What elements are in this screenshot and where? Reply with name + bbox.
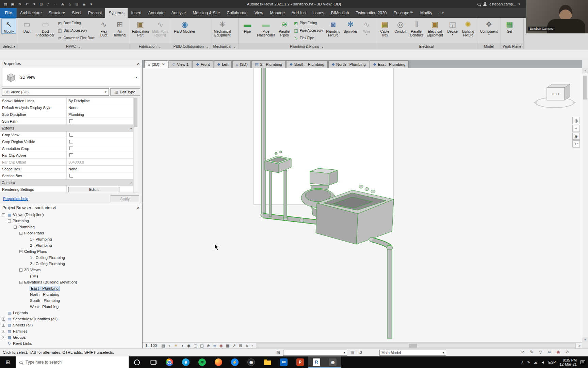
crop-region-visible-checkbox[interactable]	[69, 140, 73, 143]
task-view-button[interactable]	[145, 356, 161, 368]
camera-app-icon[interactable]: ◉	[325, 356, 341, 368]
tree-item-sheets-all[interactable]: +▧Sheets (all)	[0, 322, 142, 328]
tree-item-plumbing[interactable]: −Plumbing	[0, 218, 142, 224]
user-menu-caret-icon[interactable]: ▾	[518, 2, 520, 6]
crop-view-checkbox[interactable]	[69, 133, 73, 137]
properties-help-link[interactable]: Properties help	[3, 197, 28, 201]
horizontal-scroll-thumb[interactable]	[409, 344, 417, 348]
speaker-icon[interactable]: ◄	[541, 360, 544, 365]
ribbon-tab-add-ins[interactable]: Add-Ins	[288, 8, 309, 18]
taskbar-clock[interactable]: 8:35 PM 12-Mar-21	[559, 358, 577, 366]
start-button[interactable]: ⊞	[0, 356, 16, 368]
shadows-icon[interactable]: ◑	[180, 343, 185, 348]
conduit-button[interactable]: ◎Conduit	[393, 18, 408, 34]
sprinkler-button[interactable]: ✻Sprinkler	[342, 18, 358, 34]
view-tab-2-plumbing[interactable]: ▤2 - Plumbing	[251, 60, 285, 68]
view-tab-view-1[interactable]: ◇View 1	[169, 60, 192, 68]
tree-item-floor-plans[interactable]: −Floor Plans	[0, 230, 142, 236]
ribbon-display-toggle[interactable]: ▭ ▾	[436, 8, 446, 18]
temporary-view-properties-icon[interactable]: ▦	[225, 343, 231, 348]
collapse-icon[interactable]: −	[2, 213, 5, 216]
tree-item-east-plumbing[interactable]: East - Plumbing	[0, 285, 142, 291]
measure-icon[interactable]: ∕	[45, 1, 52, 7]
text-icon[interactable]: A	[59, 1, 66, 7]
ribbon-tab-insert[interactable]: Insert	[128, 8, 145, 18]
plumbing-fixture-button[interactable]: ◙Plumbing Fixture	[325, 18, 342, 37]
expand-icon[interactable]: +	[2, 330, 5, 333]
collapse-icon[interactable]: −	[19, 232, 22, 235]
expand-icon[interactable]: +	[2, 318, 5, 321]
mechanical-equipment-button[interactable]: ✳Mechanical Equipment	[212, 18, 232, 37]
ribbon-tab-precast[interactable]: Precast	[85, 8, 105, 18]
reveal-constraints-icon[interactable]: ⊟	[238, 343, 244, 348]
tree-item-1-plumbing[interactable]: 1 - Plumbing	[0, 236, 142, 242]
air-terminal-button[interactable]: ⊞Air Terminal	[112, 18, 128, 37]
duct-button[interactable]: ▭Duct	[19, 18, 34, 34]
view-selector-combo[interactable]: 3D View: {3D} ▾	[2, 88, 109, 96]
filter-icon[interactable]: ▽	[538, 350, 543, 354]
tree-item-south-plumbing[interactable]: South - Plumbing	[0, 297, 142, 304]
edge-icon[interactable]: e	[178, 356, 194, 368]
active-workset-combo[interactable]: ▾	[283, 350, 347, 356]
tree-item-plumbing[interactable]: −Plumbing	[0, 224, 142, 230]
editing-requests-icon[interactable]: ✎	[529, 350, 535, 354]
sun-path-icon[interactable]: ☀	[173, 343, 179, 348]
parallel-pipes-button[interactable]: ≋Parallel Pipes	[277, 18, 292, 37]
ribbon-tab-steel[interactable]: Steel	[68, 8, 84, 18]
close-project-browser-icon[interactable]: ✕	[137, 206, 140, 210]
temporary-hide-isolate-icon[interactable]: ∞	[212, 343, 218, 348]
show-crop-region-icon[interactable]: ◰	[199, 343, 205, 348]
duct-accessory-button[interactable]: ◫Duct Accessory	[56, 27, 96, 34]
panel-caption-model[interactable]: Model	[477, 43, 501, 49]
multi-point-routing-button[interactable]: ∿Multi-Point Routing	[151, 18, 169, 37]
default-analysis-display-style-value[interactable]: None	[68, 106, 77, 110]
collapse-icon[interactable]: −	[14, 226, 17, 229]
drawing-area[interactable]: LEFT ◎+⊕↶	[143, 68, 582, 342]
lighting-fixture-button[interactable]: ✺Lighting Fixture	[461, 18, 476, 37]
p-id-modeler-button[interactable]: ◉P&ID Modeler	[173, 18, 196, 34]
signed-in-user[interactable]: esteban.camp...	[489, 2, 516, 6]
taskbar-search[interactable]: Type here to search	[16, 356, 129, 368]
section-icon[interactable]: ⊟	[74, 1, 80, 7]
electrical-equipment-button[interactable]: ▣Electrical Equipment	[425, 18, 444, 37]
ribbon-tab-annotate[interactable]: Annotate	[145, 8, 168, 18]
crop-view-icon[interactable]: ▢	[193, 343, 198, 348]
pipe-accessory-button[interactable]: ◫Pipe Accessory	[293, 27, 324, 34]
design-options-icon[interactable]: ▥	[350, 350, 354, 355]
ribbon-tab-enscape[interactable]: Enscape™	[390, 8, 417, 18]
save-icon[interactable]: ▣	[9, 1, 16, 7]
ribbon-tab-issues[interactable]: Issues	[309, 8, 328, 18]
collapse-icon[interactable]: −	[8, 219, 11, 223]
obs-icon[interactable]: ◉	[243, 356, 259, 368]
panel-caption-plumbing-piping[interactable]: Plumbing & Piping ⌄	[239, 43, 375, 49]
unlocked-view-icon[interactable]: ⊘	[206, 343, 211, 348]
section-box-checkbox[interactable]	[69, 174, 73, 178]
type-selector[interactable]: 3D View ▾	[2, 68, 140, 87]
powerpoint-icon[interactable]: P	[292, 356, 308, 368]
tree-item-families[interactable]: +▨Families	[0, 328, 142, 334]
tree-item-2-plumbing[interactable]: 2 - Plumbing	[0, 242, 142, 248]
far-clip-active-checkbox[interactable]	[69, 153, 73, 157]
tree-item-ceiling-plans[interactable]: −Ceiling Plans	[0, 248, 142, 255]
collapse-icon[interactable]: −	[19, 281, 22, 284]
temporary-hide-status-icon[interactable]: ∞	[546, 350, 552, 354]
tray-expand-icon[interactable]: ∧	[521, 360, 524, 365]
property-section-camera[interactable]: Camera▴	[0, 179, 133, 186]
tree-item-schedules-quantities-all[interactable]: +▤Schedules/Quantities (all)	[0, 316, 142, 322]
convert-to-flex-duct-button[interactable]: ⇄Convert to Flex Duct	[56, 34, 96, 42]
ribbon-tab-analyze[interactable]: Analyze	[168, 8, 190, 18]
ribbon-tab-architecture[interactable]: Architecture	[17, 8, 45, 18]
reveal-hidden-elements-icon[interactable]: ◉	[218, 343, 224, 348]
rendering-settings-edit-button[interactable]: Edit...	[68, 187, 119, 192]
displaced-elements-icon[interactable]: ↗	[231, 343, 237, 348]
panel-caption-work-plane[interactable]: Work Plane	[501, 43, 523, 49]
collapse-icon[interactable]: −	[19, 250, 22, 253]
ribbon-tab-modify[interactable]: Modify	[417, 8, 436, 18]
select-toggle-icon[interactable]: ⊘	[564, 350, 570, 354]
viewcube-face-label[interactable]: LEFT	[552, 92, 559, 96]
scale-button[interactable]: 1 : 100	[144, 343, 160, 348]
worksharing-display-icon[interactable]: ≋	[244, 343, 250, 348]
tree-item-3d-views[interactable]: −3D Views	[0, 267, 142, 273]
language-indicator[interactable]: ESP	[548, 360, 556, 364]
close-properties-icon[interactable]: ✕	[137, 62, 140, 66]
